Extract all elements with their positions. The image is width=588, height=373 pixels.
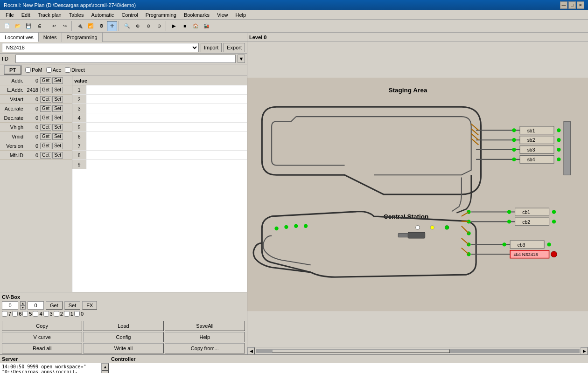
bit0-checkbox[interactable] (74, 311, 80, 317)
scroll-track[interactable] (256, 349, 580, 353)
menu-track-plan[interactable]: Track plan (34, 11, 65, 19)
menu-edit[interactable]: Edit (18, 11, 34, 19)
menu-view[interactable]: View (213, 11, 232, 19)
import-button[interactable]: Import (201, 43, 222, 52)
cv-num-down[interactable]: ▼ (20, 305, 26, 310)
cv-num-input[interactable] (2, 301, 18, 310)
scroll-right-arrow[interactable]: ▶ (581, 347, 588, 355)
tb-zoom-in[interactable]: ⊕ (133, 21, 143, 31)
param-decrate-get[interactable]: Get (40, 115, 51, 121)
param-vhigh-get[interactable]: Get (40, 124, 51, 131)
read-all-button[interactable]: Read all (2, 343, 82, 353)
cv-fx-button[interactable]: FX (82, 301, 97, 310)
param-mfrid-set[interactable]: Set (52, 152, 63, 159)
menu-programming[interactable]: Programming (142, 11, 180, 19)
save-all-button[interactable]: SaveAll (165, 321, 245, 331)
cv-val-input[interactable] (28, 301, 44, 310)
tb-connect[interactable]: 🔌 (75, 21, 85, 31)
bit3-checkbox[interactable] (43, 311, 49, 317)
acc-checkbox[interactable] (46, 67, 52, 73)
pt-button[interactable]: PT (4, 65, 21, 75)
menu-bookmarks[interactable]: Bookmarks (180, 11, 213, 19)
tb-cursor[interactable]: ✛ (107, 21, 117, 31)
menu-control[interactable]: Control (118, 11, 141, 19)
bit7-checkbox[interactable] (2, 311, 7, 317)
load-button[interactable]: Load (83, 321, 163, 331)
bit5-checkbox[interactable] (22, 311, 28, 317)
server-scroll-up[interactable]: ▲ (102, 363, 109, 371)
loco-dropdown[interactable]: NS2418 (2, 43, 199, 52)
server-vscroll[interactable]: ▲ ▼ (101, 363, 109, 373)
copy-from-button[interactable]: Copy from... (165, 343, 245, 353)
scroll-left-arrow[interactable]: ◀ (247, 347, 255, 355)
tb-home[interactable]: 🏠 (190, 21, 201, 31)
tb-settings[interactable]: ⚙ (96, 21, 106, 31)
tb-play[interactable]: ▶ (169, 21, 179, 31)
tb-search[interactable]: 🔍 (122, 21, 132, 31)
acc-checkbox-label: Acc (46, 67, 61, 73)
param-vmid-set[interactable]: Set (52, 133, 63, 140)
param-version-set[interactable]: Set (52, 143, 63, 149)
tb-zoom-out[interactable]: ⊖ (143, 21, 154, 31)
param-mfrid-get[interactable]: Get (40, 152, 51, 159)
param-vstart-set[interactable]: Set (52, 96, 63, 103)
track-horizontal-scrollbar[interactable]: ◀ ▶ (247, 347, 588, 354)
bit1-checkbox[interactable] (64, 311, 70, 317)
tb-undo[interactable]: ↩ (49, 21, 59, 31)
help-button[interactable]: Help (165, 332, 245, 342)
config-button[interactable]: Config (83, 332, 163, 342)
param-laddr-get[interactable]: Get (40, 87, 51, 93)
cv-row-6: 6 (72, 132, 247, 141)
cv-num-up[interactable]: ▲ (20, 301, 26, 305)
tb-wifi[interactable]: 📶 (85, 21, 96, 31)
param-addr-get[interactable]: Get (40, 77, 51, 84)
param-accrate-get[interactable]: Get (40, 105, 51, 112)
cv-get-button[interactable]: Get (46, 301, 63, 310)
param-accrate-set[interactable]: Set (52, 105, 63, 112)
server-scroll-down[interactable]: ▼ (102, 371, 109, 373)
maximize-button[interactable]: □ (568, 1, 576, 9)
server-log[interactable]: 14:00:50 9999 open workspace="" "D:\Desc… (0, 363, 101, 373)
tab-locomotives[interactable]: Locomotives (0, 33, 39, 42)
tab-programming[interactable]: Programming (62, 33, 103, 42)
param-version-get[interactable]: Get (40, 143, 51, 149)
param-decrate-set[interactable]: Set (52, 115, 63, 121)
tb-redo[interactable]: ↪ (60, 21, 70, 31)
tb-print[interactable]: 🖨 (34, 21, 44, 31)
scroll-thumb[interactable] (272, 349, 450, 353)
cv-set-button[interactable]: Set (64, 301, 81, 310)
iid-dropdown-arrow[interactable]: ▼ (238, 55, 245, 63)
tb-loco[interactable]: 🚂 (201, 21, 211, 31)
close-button[interactable]: ✕ (577, 1, 584, 9)
menu-help[interactable]: Help (232, 11, 250, 19)
svg-point-56 (284, 225, 288, 229)
tb-save[interactable]: 💾 (23, 21, 34, 31)
param-vhigh-set[interactable]: Set (52, 124, 63, 131)
tb-new[interactable]: 📄 (2, 21, 12, 31)
server-panel: Server 14:00:50 9999 open workspace="" "… (0, 355, 109, 373)
bit4-checkbox[interactable] (33, 311, 38, 317)
copy-button[interactable]: Copy (2, 321, 82, 331)
tb-open[interactable]: 📂 (13, 21, 23, 31)
param-vstart-get[interactable]: Get (40, 96, 51, 103)
menu-automatic[interactable]: Automatic (87, 11, 118, 19)
direct-checkbox[interactable] (65, 67, 70, 73)
v-curve-button[interactable]: V curve (2, 332, 82, 342)
write-all-button[interactable]: Write all (83, 343, 163, 353)
tab-notes[interactable]: Notes (39, 33, 62, 42)
track-view[interactable]: Staging Area sb1 sb2 sb3 (247, 42, 588, 347)
pom-checkbox[interactable] (25, 67, 31, 73)
minimize-button[interactable]: — (560, 1, 567, 9)
bit6-checkbox[interactable] (12, 311, 18, 317)
param-vmid-get[interactable]: Get (40, 133, 51, 140)
export-button[interactable]: Export (224, 43, 245, 52)
menu-tables[interactable]: Tables (65, 11, 88, 19)
menu-file[interactable]: File (2, 11, 18, 19)
iid-input[interactable] (15, 55, 236, 63)
tb-target[interactable]: ⊙ (154, 21, 164, 31)
bit2-checkbox[interactable] (54, 311, 59, 317)
tb-stop[interactable]: ■ (180, 21, 190, 31)
param-addr-set[interactable]: Set (52, 77, 63, 84)
param-laddr-set[interactable]: Set (52, 87, 63, 93)
cv-row-4: 4 (72, 113, 247, 123)
